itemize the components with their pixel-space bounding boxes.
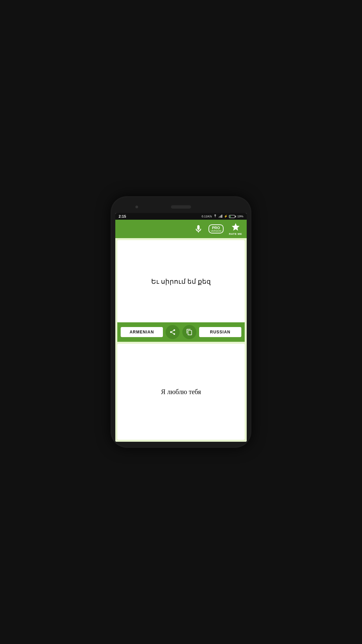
- microphone-icon: [194, 224, 203, 234]
- svg-rect-1: [220, 216, 220, 218]
- svg-rect-0: [219, 217, 219, 218]
- network-speed: 0.11K/s: [201, 215, 212, 218]
- signal-icon: [219, 214, 223, 218]
- status-right: 0.11K/s ⚡: [201, 214, 243, 218]
- svg-rect-2: [221, 215, 221, 218]
- phone-frame: 2:15 0.11K/s: [111, 196, 251, 448]
- rate-me-label: RATE ME: [229, 232, 242, 235]
- phone-top-bar: [115, 202, 247, 212]
- source-text: Եւ սիրում եմ քեզ: [151, 277, 211, 285]
- phone-screen: 2:15 0.11K/s: [115, 213, 247, 442]
- wifi-icon: [213, 214, 217, 218]
- star-icon: [231, 222, 240, 232]
- source-language-button[interactable]: ARMENIAN: [121, 327, 163, 337]
- svg-rect-3: [222, 215, 222, 218]
- camera: [135, 206, 138, 208]
- target-translation-box[interactable]: Я люблю тебя: [117, 344, 245, 440]
- target-language-button[interactable]: RUSSIAN: [199, 327, 241, 337]
- speaker: [171, 205, 191, 209]
- target-text: Я люблю тебя: [161, 388, 201, 396]
- rate-me-button[interactable]: RATE ME: [229, 222, 242, 235]
- action-icons: [166, 325, 196, 339]
- mic-button[interactable]: [194, 224, 203, 234]
- share-icon: [169, 329, 176, 335]
- source-translation-box[interactable]: Եւ սիրում եմ քեզ: [117, 240, 245, 322]
- copy-icon: [186, 329, 193, 335]
- copy-button[interactable]: [182, 325, 196, 339]
- battery-indicator: [229, 215, 236, 218]
- main-content: Եւ սիրում եմ քեզ ARMENIAN: [115, 238, 247, 442]
- status-time: 2:15: [119, 214, 126, 218]
- pro-badge: PRO VERSION: [208, 224, 224, 234]
- pro-version-button[interactable]: PRO VERSION: [208, 224, 224, 234]
- battery-percent: 19%: [237, 215, 243, 218]
- status-bar: 2:15 0.11K/s: [115, 213, 247, 220]
- app-bar: PRO VERSION RATE ME: [115, 220, 247, 238]
- action-bar: ARMENIAN RUSSIAN: [117, 322, 245, 342]
- bolt-icon: ⚡: [224, 215, 228, 218]
- share-button[interactable]: [166, 325, 180, 339]
